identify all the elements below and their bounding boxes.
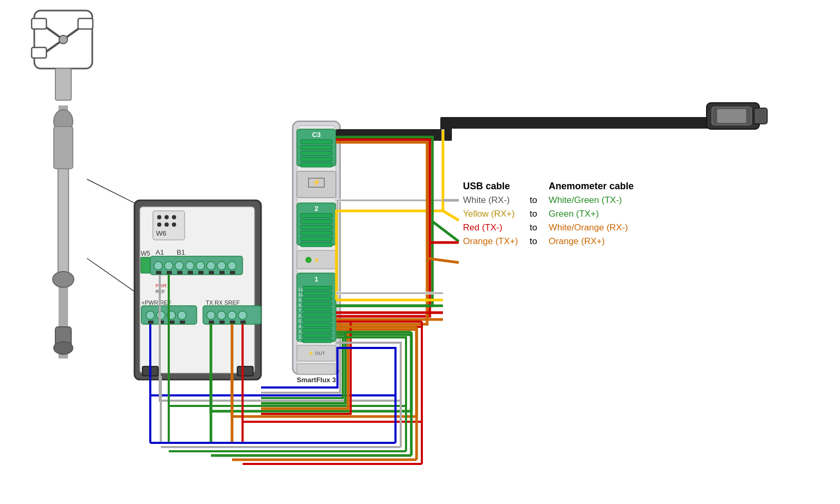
svg-text:8: 8 bbox=[298, 303, 301, 308]
svg-text:4: 4 bbox=[298, 324, 301, 329]
svg-rect-113 bbox=[303, 323, 332, 327]
svg-rect-111 bbox=[303, 318, 332, 322]
svg-point-34 bbox=[154, 261, 162, 270]
svg-text:⚡: ⚡ bbox=[313, 257, 320, 264]
svg-rect-47 bbox=[209, 271, 214, 274]
svg-text:2: 2 bbox=[298, 334, 301, 340]
svg-rect-101 bbox=[303, 292, 332, 295]
svg-text:6: 6 bbox=[298, 313, 301, 318]
wiring-diagram-svg: W6 W5 A1 B1 PWR REF +PWR REF bbox=[0, 0, 840, 504]
to-2: to bbox=[522, 207, 544, 221]
svg-rect-92 bbox=[301, 243, 332, 247]
svg-point-41 bbox=[228, 261, 236, 270]
svg-rect-82 bbox=[301, 163, 332, 167]
anem-cable-header: Anemometer cable bbox=[545, 179, 638, 193]
svg-point-25 bbox=[157, 222, 161, 227]
svg-point-67 bbox=[238, 311, 247, 319]
svg-rect-44 bbox=[177, 271, 182, 274]
svg-point-54 bbox=[146, 311, 155, 319]
svg-point-27 bbox=[172, 222, 176, 227]
svg-point-36 bbox=[175, 261, 184, 270]
svg-rect-58 bbox=[148, 321, 153, 324]
svg-point-24 bbox=[172, 215, 176, 219]
usb-wire-1: White (RX-) bbox=[459, 193, 522, 207]
svg-rect-129 bbox=[717, 109, 746, 123]
svg-point-16 bbox=[54, 342, 73, 354]
svg-point-38 bbox=[196, 261, 205, 270]
svg-text:5: 5 bbox=[298, 318, 301, 324]
svg-rect-87 bbox=[301, 214, 332, 218]
svg-rect-125 bbox=[440, 117, 720, 129]
anem-wire-1: White/Green (TX-) bbox=[545, 193, 638, 207]
svg-text:+PWR REF: +PWR REF bbox=[141, 299, 171, 306]
legend-row-3: Red (TX-) to White/Orange (RX-) bbox=[459, 221, 638, 235]
svg-rect-78 bbox=[301, 140, 332, 144]
legend-row-1: White (RX-) to White/Green (TX-) bbox=[459, 193, 638, 207]
svg-point-9 bbox=[59, 35, 67, 44]
svg-text:2: 2 bbox=[314, 205, 318, 212]
svg-text:TX  RX SREF: TX RX SREF bbox=[206, 299, 240, 306]
anem-wire-2: Green (TX+) bbox=[545, 207, 638, 221]
svg-point-57 bbox=[178, 311, 186, 319]
svg-rect-45 bbox=[188, 271, 193, 274]
svg-point-35 bbox=[165, 261, 173, 270]
svg-rect-43 bbox=[167, 271, 172, 274]
svg-text:W5: W5 bbox=[141, 250, 150, 257]
legend-table: USB cable Anemometer cable White (RX-) t… bbox=[459, 179, 638, 248]
anem-wire-3: White/Orange (RX-) bbox=[545, 221, 638, 235]
svg-point-23 bbox=[165, 215, 169, 219]
svg-rect-69 bbox=[219, 321, 225, 324]
svg-point-64 bbox=[207, 311, 215, 319]
svg-rect-10 bbox=[55, 69, 71, 100]
svg-rect-90 bbox=[301, 231, 332, 235]
svg-rect-42 bbox=[156, 271, 161, 274]
usb-wire-2: Yellow (RX+) bbox=[459, 207, 522, 221]
svg-point-66 bbox=[228, 311, 236, 319]
svg-rect-91 bbox=[301, 237, 332, 241]
svg-rect-109 bbox=[303, 313, 332, 316]
svg-point-37 bbox=[186, 261, 194, 270]
svg-rect-7 bbox=[78, 18, 93, 29]
svg-rect-13 bbox=[58, 169, 69, 274]
svg-point-14 bbox=[53, 272, 74, 287]
to-4: to bbox=[522, 235, 544, 248]
svg-rect-119 bbox=[303, 339, 332, 343]
to-1: to bbox=[522, 193, 544, 207]
legend-row-4: Orange (TX+) to Orange (RX+) bbox=[459, 235, 638, 248]
svg-text:⚡ OUT: ⚡ OUT bbox=[308, 350, 325, 356]
svg-point-22 bbox=[157, 215, 161, 219]
svg-point-26 bbox=[165, 222, 169, 227]
svg-text:A1: A1 bbox=[156, 248, 164, 256]
usb-wire-3: Red (TX-) bbox=[459, 221, 522, 235]
svg-text:1: 1 bbox=[314, 275, 318, 283]
svg-rect-80 bbox=[301, 151, 332, 156]
svg-point-94 bbox=[306, 257, 311, 263]
svg-text:1: 1 bbox=[298, 340, 301, 345]
svg-text:C3: C3 bbox=[312, 131, 321, 139]
svg-rect-99 bbox=[303, 286, 332, 290]
usb-cable-header: USB cable bbox=[459, 179, 522, 193]
svg-rect-70 bbox=[230, 321, 235, 324]
svg-rect-71 bbox=[240, 321, 246, 324]
svg-rect-46 bbox=[198, 271, 204, 274]
svg-rect-115 bbox=[303, 328, 332, 332]
svg-rect-49 bbox=[230, 271, 235, 274]
usb-wire-4: Orange (TX+) bbox=[459, 235, 522, 248]
svg-rect-122 bbox=[297, 364, 336, 374]
svg-point-40 bbox=[217, 261, 226, 270]
svg-point-65 bbox=[217, 311, 226, 319]
svg-rect-81 bbox=[301, 157, 332, 161]
svg-rect-12 bbox=[54, 127, 73, 169]
svg-rect-61 bbox=[180, 321, 185, 324]
svg-rect-0 bbox=[0, 0, 840, 504]
svg-rect-117 bbox=[303, 334, 332, 337]
svg-text:W6: W6 bbox=[156, 229, 167, 237]
svg-text:⚡: ⚡ bbox=[312, 178, 321, 187]
svg-rect-73 bbox=[237, 366, 253, 376]
legend-row-2: Yellow (RX+) to Green (TX+) bbox=[459, 207, 638, 221]
svg-rect-60 bbox=[169, 321, 175, 324]
svg-text:3: 3 bbox=[298, 329, 301, 334]
svg-rect-103 bbox=[303, 297, 332, 301]
svg-rect-107 bbox=[303, 307, 332, 311]
svg-rect-68 bbox=[209, 321, 214, 324]
